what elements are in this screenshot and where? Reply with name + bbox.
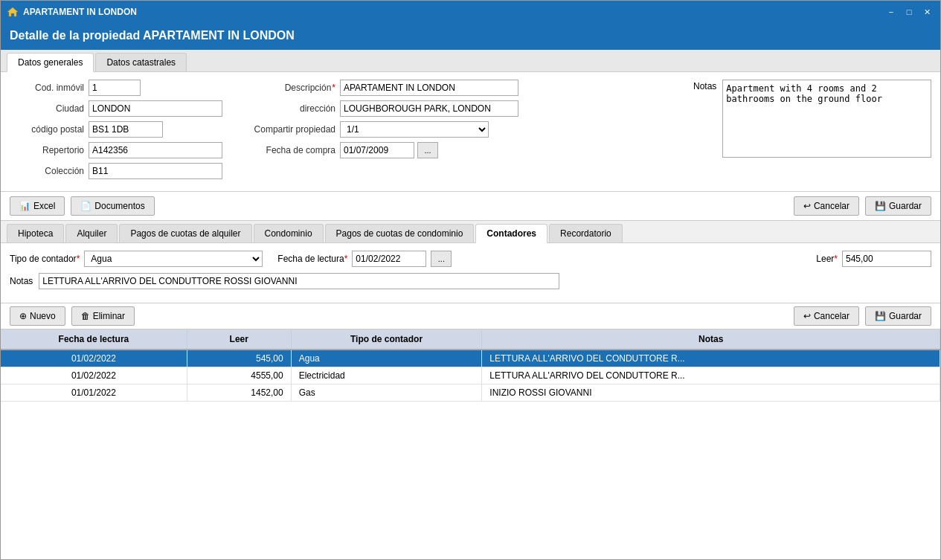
cancelar-button-top[interactable]: ↩ Cancelar (794, 196, 859, 216)
form-left-col: Cod. inmóvil Ciudad código postal Repert… (10, 80, 248, 184)
col-header-leer: Leer (187, 329, 291, 350)
input-coleccion[interactable] (89, 163, 222, 179)
label-descripcion: Descripción (254, 83, 335, 93)
counter-row2: Notas (10, 273, 931, 289)
cell-fecha: 01/02/2022 (1, 367, 187, 384)
col-header-tipo: Tipo de contador (291, 329, 482, 350)
input-leer[interactable] (842, 251, 931, 267)
action-left-buttons: 📊 Excel 📄 Documentos (10, 196, 155, 216)
guardar-button-top[interactable]: 💾 Guardar (865, 196, 931, 216)
form-right-col: Notas Apartment with 4 rooms and 2 bathr… (693, 80, 931, 184)
guardar-icon: 💾 (875, 201, 886, 211)
cell-tipo: Gas (291, 384, 482, 402)
col-header-notas: Notas (482, 329, 940, 350)
eliminar-button[interactable]: 🗑 Eliminar (71, 306, 135, 326)
close-button[interactable]: ✕ (919, 4, 934, 19)
action-right-buttons: ↩ Cancelar 💾 Guardar (794, 196, 931, 216)
counter-row1: Tipo de contador Agua Electricidad Gas F… (10, 251, 931, 267)
fecha-lectura-picker[interactable]: ... (431, 251, 452, 267)
tab-pagos-cuotas[interactable]: Pagos de cuotas de alquiler (119, 224, 251, 242)
label-notas: Notas (693, 80, 716, 184)
col-header-fecha: Fecha de lectura (1, 329, 187, 350)
label-tipo-contador: Tipo de contador (10, 254, 80, 264)
cell-leer: 1452,00 (187, 384, 291, 402)
cancelar-bottom-icon: ↩ (803, 311, 811, 321)
guardar-button-bottom[interactable]: 💾 Guardar (865, 306, 931, 326)
cancelar-button-bottom[interactable]: ↩ Cancelar (794, 306, 859, 326)
cell-leer: 4555,00 (187, 367, 291, 384)
table-row[interactable]: 01/02/2022 545,00 Agua LETTURA ALL'ARRIV… (1, 350, 940, 367)
tab-pagos-condo[interactable]: Pagos de cuotas de condominio (325, 224, 475, 242)
main-window: APARTAMENT IN LONDON − □ ✕ Detalle de la… (0, 0, 941, 560)
title-bar: APARTAMENT IN LONDON − □ ✕ (1, 1, 940, 23)
input-direccion[interactable] (340, 100, 518, 117)
input-repertorio[interactable] (89, 142, 222, 158)
app-header-title: Detalle de la propiedad APARTAMENT IN LO… (10, 29, 295, 42)
cell-fecha: 01/01/2022 (1, 384, 187, 402)
tab-recordatorio[interactable]: Recordatorio (549, 224, 623, 242)
window-title: APARTAMENT IN LONDON (23, 7, 884, 17)
main-content: Cod. inmóvil Ciudad código postal Repert… (1, 72, 940, 559)
form-mid-col: Descripción dirección Compartir propieda… (254, 80, 687, 184)
select-tipo-contador[interactable]: Agua Electricidad Gas (84, 251, 263, 267)
top-tab-bar: Datos generales Datos catastrales (1, 50, 940, 72)
general-data-section: Cod. inmóvil Ciudad código postal Repert… (1, 72, 940, 192)
nuevo-icon: ⊕ (19, 311, 27, 321)
app-icon (7, 6, 19, 18)
label-repertorio: Repertorio (10, 145, 84, 155)
cancelar-icon: ↩ (803, 201, 811, 211)
label-coleccion: Colección (10, 166, 84, 176)
label-compartir: Compartir propiedad (254, 124, 335, 135)
cell-tipo: Agua (291, 350, 482, 367)
input-counter-notas[interactable] (39, 273, 559, 289)
table-row[interactable]: 01/02/2022 4555,00 Electricidad LETTURA … (1, 367, 940, 384)
tab-alquiler[interactable]: Alquiler (65, 224, 118, 242)
eliminar-icon: 🗑 (81, 311, 90, 321)
guardar-bottom-icon: 💾 (875, 311, 886, 321)
label-cod-inmovil: Cod. inmóvil (10, 83, 84, 93)
textarea-notas[interactable]: Apartment with 4 rooms and 2 bathrooms o… (722, 80, 931, 158)
label-ciudad: Ciudad (10, 103, 84, 114)
cell-leer: 545,00 (187, 350, 291, 367)
label-counter-notas: Notas (10, 276, 33, 286)
tab-datos-generales[interactable]: Datos generales (7, 53, 94, 72)
minimize-button[interactable]: − (884, 4, 899, 19)
app-header: Detalle de la propiedad APARTAMENT IN LO… (1, 23, 940, 50)
label-fecha-lectura: Fecha de lectura (277, 254, 347, 264)
input-descripcion[interactable] (340, 80, 518, 96)
window-controls: − □ ✕ (884, 4, 934, 19)
input-codigo-postal[interactable] (89, 121, 163, 138)
action-row: 📊 Excel 📄 Documentos ↩ Cancelar 💾 Guarda… (1, 192, 940, 221)
label-direccion: dirección (254, 103, 335, 114)
tab-condominio[interactable]: Condominio (254, 224, 324, 242)
sec-tab-bar: Hipoteca Alquiler Pagos de cuotas de alq… (1, 221, 940, 243)
label-leer: Leer (816, 254, 838, 264)
input-cod-inmovil[interactable] (89, 80, 141, 96)
tab-hipoteca[interactable]: Hipoteca (7, 224, 64, 242)
input-ciudad[interactable] (89, 100, 222, 117)
input-fecha-compra[interactable] (340, 142, 414, 158)
counter-table-container: Fecha de lectura Leer Tipo de contador N… (1, 329, 940, 559)
counter-action-row: ⊕ Nuevo 🗑 Eliminar ↩ Cancelar 💾 Guardar (1, 303, 940, 329)
cell-notas: LETTURA ALL'ARRIVO DEL CONDUTTORE R... (482, 367, 940, 384)
cell-notas: LETTURA ALL'ARRIVO DEL CONDUTTORE R... (482, 350, 940, 367)
excel-button[interactable]: 📊 Excel (10, 196, 65, 216)
counter-table: Fecha de lectura Leer Tipo de contador N… (1, 329, 940, 402)
cell-tipo: Electricidad (291, 367, 482, 384)
label-fecha-compra: Fecha de compra (254, 145, 335, 155)
label-codigo-postal: código postal (10, 124, 84, 135)
input-fecha-lectura[interactable] (352, 251, 426, 267)
documentos-button[interactable]: 📄 Documentos (71, 196, 154, 216)
nuevo-button[interactable]: ⊕ Nuevo (10, 306, 65, 326)
cell-notas: INIZIO ROSSI GIOVANNI (482, 384, 940, 402)
excel-icon: 📊 (19, 201, 30, 211)
fecha-compra-picker[interactable]: ... (417, 142, 438, 158)
svg-marker-0 (7, 7, 18, 16)
table-row[interactable]: 01/01/2022 1452,00 Gas INIZIO ROSSI GIOV… (1, 384, 940, 402)
maximize-button[interactable]: □ (902, 4, 916, 19)
fecha-compra-field: ... (340, 142, 438, 158)
tab-contadores[interactable]: Contadores (475, 224, 547, 243)
cell-fecha: 01/02/2022 (1, 350, 187, 367)
tab-datos-catastrales[interactable]: Datos catastrales (95, 53, 187, 71)
select-compartir[interactable]: 1/1 (340, 121, 489, 138)
